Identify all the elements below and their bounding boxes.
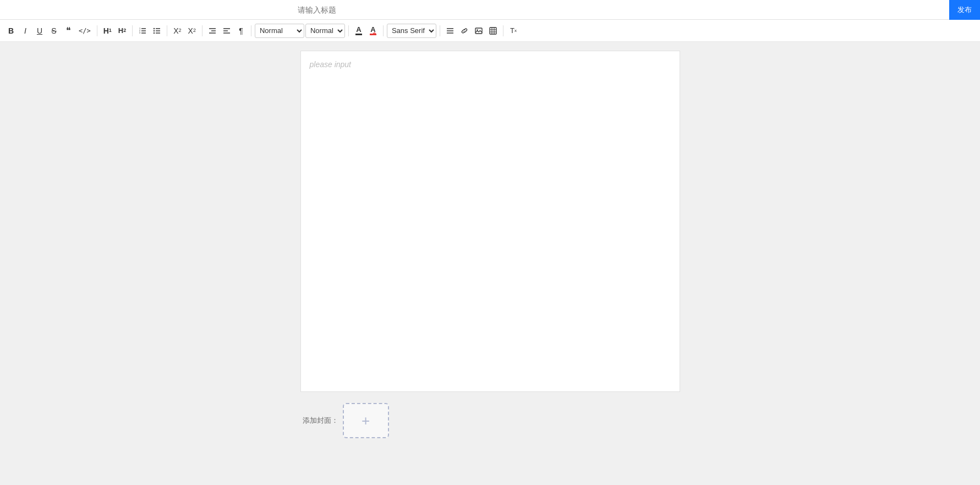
blockquote-button[interactable]: ❝ (62, 23, 75, 39)
highlight-button[interactable]: A (366, 23, 380, 39)
svg-point-11 (154, 32, 155, 33)
divider-8 (440, 25, 440, 36)
text-style-select-1[interactable]: Normal Heading 1 Heading 2 (255, 24, 304, 38)
right-panel (680, 51, 928, 476)
svg-point-10 (154, 30, 155, 31)
cover-label: 添加封面： (303, 416, 338, 426)
h1-button[interactable]: H1 (101, 23, 114, 39)
horizontal-rule-button[interactable] (444, 23, 457, 39)
superscript-button[interactable]: X2 (185, 23, 199, 39)
paragraph-button[interactable]: ¶ (234, 23, 248, 39)
svg-rect-21 (475, 28, 482, 34)
table-button[interactable] (486, 23, 500, 39)
svg-point-22 (477, 29, 478, 30)
divider-4 (202, 25, 202, 36)
title-input[interactable] (298, 6, 683, 14)
svg-point-9 (154, 28, 155, 29)
font-family-select[interactable]: Sans Serif Serif Monospace (387, 24, 436, 38)
divider-7 (383, 25, 384, 36)
divider-3 (167, 25, 167, 36)
h2-button[interactable]: H2 (116, 23, 129, 39)
divider-2 (132, 25, 133, 36)
svg-rect-23 (490, 28, 496, 34)
font-color-button[interactable]: A (352, 23, 365, 39)
editor-wrapper: please input 添加封面： + (300, 51, 680, 476)
cover-section: 添加封面： + (300, 403, 680, 438)
plus-icon: + (362, 413, 370, 428)
indent-right-button[interactable] (220, 23, 233, 39)
subscript-button[interactable]: X2 (171, 23, 184, 39)
svg-text:3: 3 (139, 31, 141, 34)
code-button[interactable]: </> (76, 23, 94, 39)
image-button[interactable] (472, 23, 485, 39)
italic-button[interactable]: I (19, 23, 32, 39)
editor-area[interactable]: please input (300, 51, 680, 392)
link-button[interactable] (458, 23, 471, 39)
title-bar: 发布 (0, 0, 980, 20)
main-layout: please input 添加封面： + (0, 42, 980, 485)
divider-1 (97, 25, 97, 36)
divider-5 (251, 25, 251, 36)
unordered-list-button[interactable] (150, 23, 163, 39)
text-style-select-2[interactable]: Normal Large Small (305, 24, 345, 38)
bold-button[interactable]: B (4, 23, 18, 39)
divider-6 (348, 25, 349, 36)
left-panel (53, 51, 300, 476)
ordered-list-button[interactable]: 123 (136, 23, 149, 39)
cover-add-button[interactable]: + (343, 403, 389, 438)
toolbar: B I U S ❝ </> H1 H2 123 X2 X2 ¶ Normal H… (0, 20, 980, 42)
publish-button[interactable]: 发布 (949, 0, 980, 20)
clear-format-button[interactable]: Tx (507, 23, 520, 39)
underline-button[interactable]: U (33, 23, 46, 39)
editor-placeholder: please input (310, 60, 352, 69)
strikethrough-button[interactable]: S (47, 23, 61, 39)
indent-left-button[interactable] (206, 23, 219, 39)
divider-9 (503, 25, 503, 36)
